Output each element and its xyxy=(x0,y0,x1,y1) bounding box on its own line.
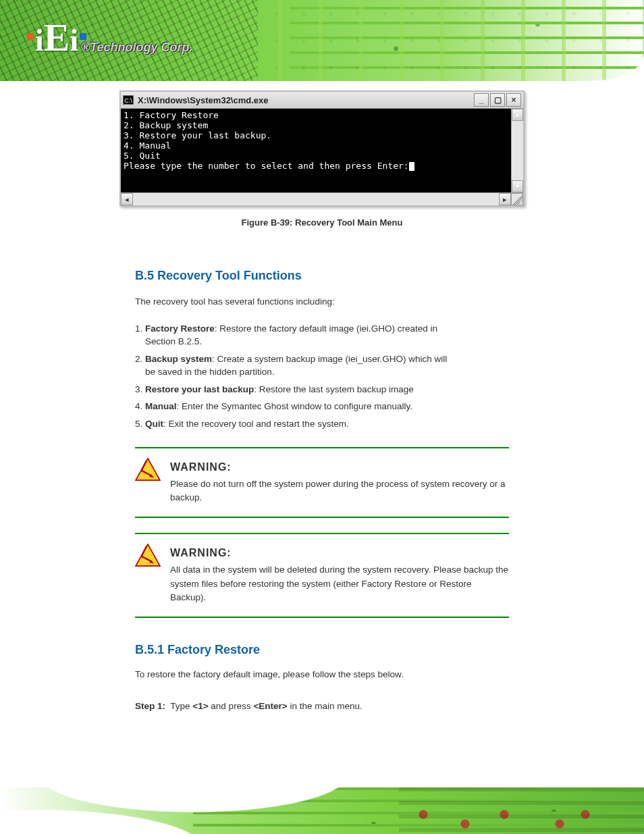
list-num: 4. xyxy=(135,401,142,411)
cmd-line: 3. Restore your last backup. xyxy=(124,130,271,140)
intro-paragraph: The recovery tool has several functions … xyxy=(135,295,509,309)
divider xyxy=(135,447,509,448)
divider xyxy=(135,533,509,534)
logo-square-red xyxy=(27,33,34,40)
svg-marker-2 xyxy=(136,544,160,566)
list-label: Restore your last backup xyxy=(145,384,254,394)
scroll-down-arrow[interactable]: ▾ xyxy=(512,180,523,192)
footer-banner xyxy=(0,787,644,834)
list-text: : Exit the recovery tool and restart the… xyxy=(163,419,349,429)
list-sub: Section B.2.5. xyxy=(145,336,202,346)
scroll-track[interactable] xyxy=(133,193,499,205)
list-num: 5. xyxy=(135,419,142,429)
warning-body: All data in the system will be deleted d… xyxy=(170,563,509,604)
warning-label: WARNING: xyxy=(170,545,509,561)
cmd-window: C:\ X:\Windows\System32\cmd.exe _ ▢ × 1.… xyxy=(119,90,525,207)
footer-swirl xyxy=(0,787,386,834)
horizontal-scrollbar[interactable]: ◂ ▸ xyxy=(121,192,523,205)
maximize-button[interactable]: ▢ xyxy=(490,93,505,107)
list-label: Backup system xyxy=(145,354,212,364)
list-label: Quit xyxy=(145,419,163,429)
brand-logo: iEi ®Technology Corp. xyxy=(27,15,86,60)
warning-box: WARNING: Please do not turn off the syst… xyxy=(135,452,509,513)
list-num: 2. xyxy=(135,354,142,364)
step-text: Type xyxy=(170,701,192,711)
text-cursor xyxy=(409,162,414,171)
step-row: Step 1: Type <1> and press <Enter> in th… xyxy=(135,700,509,713)
warning-box: WARNING: All data in the system will be … xyxy=(135,538,509,613)
section-heading: B.5 Recovery Tool Functions xyxy=(135,267,509,284)
list-num: 1. xyxy=(135,323,142,334)
vertical-scrollbar[interactable]: ▴ ▾ xyxy=(511,109,523,192)
warning-body: Please do not turn off the system power … xyxy=(170,477,509,505)
step-key: <Enter> xyxy=(253,701,287,711)
warning-icon xyxy=(135,544,161,567)
list-sub: be saved in the hidden partition. xyxy=(145,367,274,377)
cmd-line: 5. Quit xyxy=(124,151,161,161)
figure-caption: Figure B-39: Recovery Tool Main Menu xyxy=(0,217,644,228)
list-text: : Create a system backup image (iei_user… xyxy=(212,354,447,364)
cmd-line: 1. Factory Restore xyxy=(124,110,219,120)
step-text: in the main menu. xyxy=(288,701,363,711)
list-text: : Enter the Symantec Ghost window to con… xyxy=(177,401,412,411)
header-banner: iEi ®Technology Corp. xyxy=(0,0,644,81)
scroll-left-arrow[interactable]: ◂ xyxy=(121,193,133,205)
warning-label: WARNING: xyxy=(170,459,509,475)
divider xyxy=(135,617,509,618)
list-text: : Restore the factory default image (iei… xyxy=(215,323,437,334)
document-content: B.5 Recovery Tool Functions The recovery… xyxy=(0,244,644,713)
list-label: Manual xyxy=(145,401,177,411)
svg-marker-0 xyxy=(136,459,160,480)
cmd-titlebar[interactable]: C:\ X:\Windows\System32\cmd.exe _ ▢ × xyxy=(121,92,523,109)
cmd-title-text: X:\Windows\System32\cmd.exe xyxy=(138,95,474,105)
divider xyxy=(135,517,509,518)
list-text: : Restore the last system backup image xyxy=(254,384,413,394)
subsection-desc: To restore the factory default image, pl… xyxy=(135,668,509,681)
logo-tagline: ®Technology Corp. xyxy=(81,41,193,55)
bullet-list: 1. Factory Restore: Restore the factory … xyxy=(135,322,509,431)
warning-icon xyxy=(135,458,161,481)
step-key: <1> xyxy=(192,701,208,711)
cmd-icon: C:\ xyxy=(123,95,134,105)
cmd-line: 4. Manual xyxy=(124,140,171,151)
logo-square-blue xyxy=(80,33,86,40)
scroll-up-arrow[interactable]: ▴ xyxy=(512,109,523,121)
step-lead: Step 1: xyxy=(135,701,165,711)
step-text: and press xyxy=(209,701,254,711)
close-button[interactable]: × xyxy=(506,93,521,107)
subsection-heading: B.5.1 Factory Restore xyxy=(135,641,509,658)
resize-handle[interactable] xyxy=(511,193,523,205)
cmd-line: 2. Backup system xyxy=(124,120,208,130)
minimize-button[interactable]: _ xyxy=(474,93,489,107)
list-num: 3. xyxy=(135,384,142,394)
cmd-line: Please type the number to select and the… xyxy=(124,161,409,171)
list-label: Factory Restore xyxy=(145,323,215,334)
cmd-body[interactable]: 1. Factory Restore 2. Backup system 3. R… xyxy=(121,109,523,192)
scroll-right-arrow[interactable]: ▸ xyxy=(499,193,511,205)
header-pcb-texture xyxy=(290,0,644,81)
